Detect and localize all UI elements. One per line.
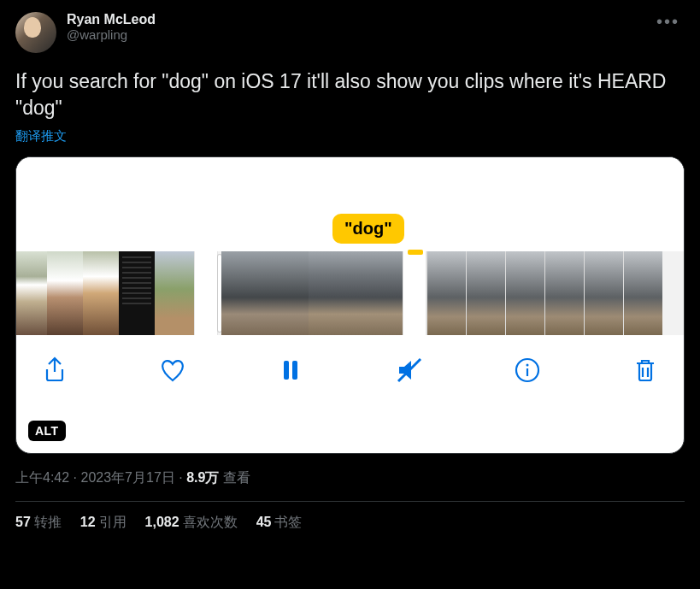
likes-stat[interactable]: 1,082喜欢次数 [145,514,238,532]
thumbnail [426,251,466,335]
divider [15,501,685,502]
translate-link[interactable]: 翻译推文 [15,128,685,144]
svg-point-4 [526,364,528,367]
thumbnail [544,251,584,335]
caption-marker [408,250,423,255]
tweet-container: Ryan McLeod @warpling ••• If you search … [0,0,700,542]
svg-rect-1 [292,361,297,380]
thumbnail [623,251,662,335]
clip-group-1 [16,251,194,335]
thumbnail [16,251,47,335]
media-top-space [16,157,684,212]
thumbnail [119,251,155,335]
thumbnail [155,251,194,335]
thumbnail [309,251,403,335]
clip-group-2 [218,251,403,335]
views-count[interactable]: 8.9万 [186,470,219,485]
thumbnail [221,251,309,335]
media-toolbar [16,335,684,410]
retweets-label: 转推 [34,515,62,529]
pause-icon[interactable] [276,356,305,385]
media-card[interactable]: "dog" [15,156,685,454]
tweet-header: Ryan McLeod @warpling ••• [15,12,685,53]
svg-rect-0 [284,361,289,380]
display-name: Ryan McLeod [67,12,651,27]
alt-badge[interactable]: ALT [28,421,66,441]
tweet-text: If you search for "dog" on iOS 17 it'll … [15,68,685,121]
bookmarks-label: 书签 [274,515,302,529]
quotes-count: 12 [80,515,96,529]
tweet-date[interactable]: 2023年7月17日 [80,470,174,485]
thumbnail [584,251,623,335]
heart-icon[interactable] [158,356,187,385]
clip-gap [194,251,218,335]
thumbnail [505,251,544,335]
likes-label: 喜欢次数 [183,515,238,529]
clip-group-3 [426,251,662,335]
caption-badge: "dog" [332,214,404,244]
views-label: 查看 [223,470,250,485]
quotes-stat[interactable]: 12引用 [80,514,126,532]
author-names[interactable]: Ryan McLeod @warpling [67,12,651,42]
likes-count: 1,082 [145,515,179,529]
more-icon[interactable]: ••• [651,12,685,32]
share-icon[interactable] [40,356,69,385]
tweet-time[interactable]: 上午4:42 [15,470,69,485]
retweets-stat[interactable]: 57转推 [15,514,62,532]
mute-icon[interactable] [395,356,424,385]
info-icon[interactable] [513,356,542,385]
avatar[interactable] [15,12,56,53]
retweets-count: 57 [15,515,31,529]
thumbnail [83,251,119,335]
stats-row: 57转推 12引用 1,082喜欢次数 45书签 [15,514,685,542]
bookmarks-count: 45 [256,515,272,529]
handle: @warpling [67,27,651,42]
thumbnail [47,251,83,335]
tweet-meta: 上午4:42 · 2023年7月17日 · 8.9万 查看 [15,469,685,487]
clip-gap [403,251,426,335]
thumbnail [466,251,505,335]
caption-row: "dog" [16,212,684,251]
quotes-label: 引用 [99,515,126,529]
filmstrip[interactable] [16,251,684,335]
trash-icon[interactable] [631,356,660,385]
bookmarks-stat[interactable]: 45书签 [256,514,303,532]
